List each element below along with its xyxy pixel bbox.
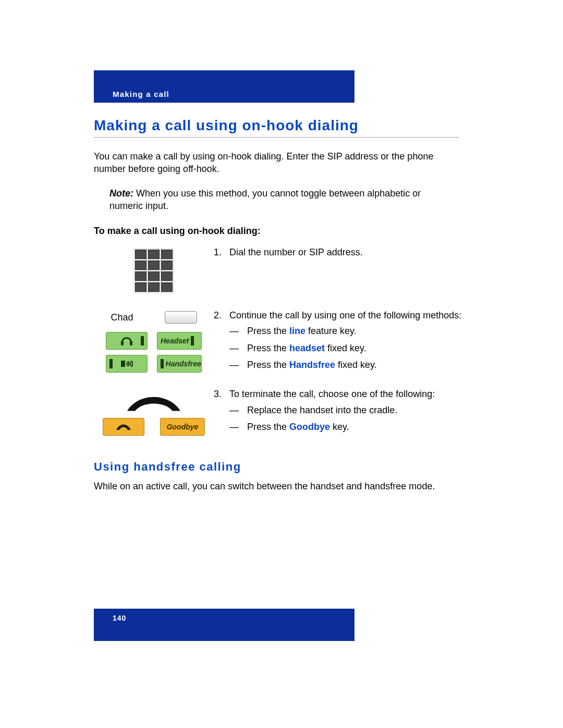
handsfree-key-icon [106,355,148,373]
goodbye-keyword: Goodbye [289,422,330,432]
handset-icon [117,395,190,413]
svg-rect-1 [130,341,132,346]
goodbye-label-text: Goodbye [167,423,199,431]
subsection-title: Using handsfree calling [94,460,480,474]
header-bar: Making a call [94,70,354,103]
footer-bar: 140 [94,609,354,641]
goodbye-label-key: Goodbye [160,418,205,436]
step-number: 3. [214,388,229,437]
note-text: When you use this method, you cannot tog… [109,188,421,211]
sub-item: —Press the Handsfree fixed key. [229,359,480,371]
line-keyword: line [289,326,305,336]
page-title: Making a call using on-hook dialing [94,117,459,138]
sub-item: —Replace the handset into the cradle. [229,404,480,416]
note-label: Note: [109,188,133,199]
note-block: Note: When you use this method, you cann… [109,187,443,213]
step-text: Dial the number or SIP address. [229,246,480,258]
goodbye-key-icon [103,418,144,436]
step-lead: Continue the call by using one of the fo… [229,309,480,322]
step-number: 2. [214,309,229,375]
steps-list: 1. Dial the number or SIP address. Chad [94,246,480,437]
line-softkey-icon [165,311,197,324]
instruction-title: To make a call using on-hook dialing: [94,226,480,237]
intro-paragraph: You can make a call by using on-hook dia… [94,150,448,176]
svg-rect-2 [121,361,125,367]
softkey-row: Chad [111,311,197,324]
breadcrumb: Making a call [113,90,169,98]
headset-key-icon [106,332,148,350]
step-1: 1. Dial the number or SIP address. [94,246,480,293]
sub-item: —Press the headset fixed key. [229,342,480,354]
handsfree-keyword: Handsfree [289,360,335,370]
step-number: 1. [214,246,229,262]
step-lead: To terminate the call, choose one of the… [229,388,480,400]
sub-item: —Press the Goodbye key. [229,421,480,433]
step-2: Chad Headset [94,309,480,375]
step-3: Goodbye 3. To terminate the call, choose… [94,388,480,437]
headset-label-text: Headset [161,337,189,345]
headset-keyword: headset [289,343,325,353]
keypad-icon [133,248,174,293]
line-label: Chad [111,312,133,323]
sub-item: —Press the line feature key. [229,325,480,337]
handsfree-label-key: Handsfree [157,355,202,373]
subsection-text: While on an active call, you can switch … [94,480,448,492]
svg-rect-0 [121,341,124,346]
handsfree-label-text: Handsfree [166,360,201,368]
headset-label-key: Headset [157,332,202,350]
page-number: 140 [94,609,354,622]
